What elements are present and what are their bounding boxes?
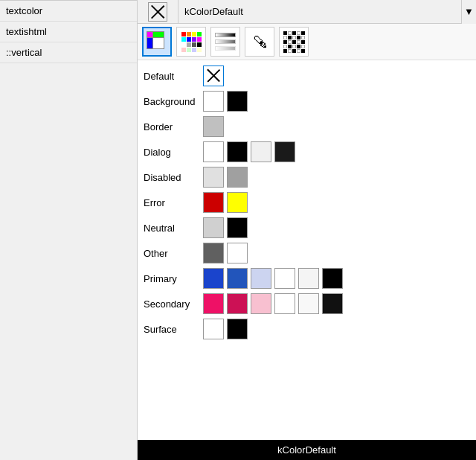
neutral-label: Neutral xyxy=(144,223,203,234)
primary-swatch-white[interactable] xyxy=(274,268,295,289)
default-x-swatch[interactable] xyxy=(203,66,224,86)
disabled-swatch-midgray[interactable] xyxy=(227,167,248,188)
primary-swatch-black[interactable] xyxy=(322,268,343,289)
fine-grid-button[interactable] xyxy=(279,27,309,57)
surface-swatches xyxy=(203,319,248,339)
primary-swatches xyxy=(203,268,343,289)
sidebar: textcolor textishtml ::vertical xyxy=(0,0,138,460)
chevron-down-icon: ▼ xyxy=(464,6,474,17)
default-label: Default xyxy=(144,71,203,82)
secondary-row: Secondary xyxy=(138,291,476,316)
fine-grid-icon xyxy=(283,31,305,53)
right-panel: kColorDefault ▼ xyxy=(138,0,476,460)
secondary-swatch-offwhite[interactable] xyxy=(298,293,319,314)
dialog-swatch-darkgray[interactable] xyxy=(274,141,295,162)
x-icon xyxy=(148,2,167,22)
footer-label: kColorDefault xyxy=(277,444,336,456)
neutral-swatch-lightgray[interactable] xyxy=(203,217,224,238)
secondary-swatch-lightpink[interactable] xyxy=(251,293,271,314)
primary-swatch-lightblue[interactable] xyxy=(251,268,271,289)
background-label: Background xyxy=(144,96,203,107)
palette-toolbar: 🖋 xyxy=(138,24,476,60)
custom-palette-button[interactable] xyxy=(142,27,172,57)
surface-swatch-white[interactable] xyxy=(203,319,224,339)
other-swatch-darkgray[interactable] xyxy=(203,243,224,263)
footer-bar: kColorDefault xyxy=(138,440,476,460)
disabled-label: Disabled xyxy=(144,172,203,183)
header-title: kColorDefault xyxy=(178,6,461,17)
background-swatch-white[interactable] xyxy=(203,91,224,112)
disabled-swatch-lightgray[interactable] xyxy=(203,167,224,188)
disabled-row: Disabled xyxy=(138,164,476,190)
primary-swatch-offwhite[interactable] xyxy=(298,268,319,289)
eyedropper-icon: 🖋 xyxy=(252,33,267,51)
std-palette-icon xyxy=(181,32,202,52)
sidebar-item-textcolor-label: textcolor xyxy=(6,5,42,16)
gradient-button[interactable] xyxy=(210,27,240,57)
neutral-swatches xyxy=(203,217,248,238)
secondary-swatch-white[interactable] xyxy=(274,293,295,314)
secondary-label: Secondary xyxy=(144,298,203,310)
sidebar-item-vertical[interactable]: ::vertical xyxy=(0,42,137,63)
sidebar-item-textcolor[interactable]: textcolor xyxy=(0,0,137,22)
dialog-label: Dialog xyxy=(144,147,203,158)
std-palette-button[interactable] xyxy=(176,27,206,57)
primary-row: Primary xyxy=(138,266,476,291)
header-dropdown-button[interactable]: ▼ xyxy=(461,0,476,24)
neutral-swatch-black[interactable] xyxy=(227,217,248,238)
surface-row: Surface xyxy=(138,316,476,342)
sidebar-item-vertical-label: ::vertical xyxy=(6,47,42,58)
border-swatches xyxy=(203,116,224,137)
error-label: Error xyxy=(144,197,203,208)
other-swatches xyxy=(203,243,248,263)
dialog-swatch-white[interactable] xyxy=(203,141,224,162)
error-swatch-red[interactable] xyxy=(203,192,224,213)
other-row: Other xyxy=(138,240,476,266)
background-swatches xyxy=(203,91,248,112)
sidebar-item-textishtml-label: textishtml xyxy=(6,26,47,37)
background-swatch-black[interactable] xyxy=(227,91,248,112)
main-container: textcolor textishtml ::vertical kColorDe… xyxy=(0,0,476,460)
colors-content: Default Background Border Dialog xyxy=(138,60,476,440)
neutral-row: Neutral xyxy=(138,215,476,240)
dialog-row: Dialog xyxy=(138,139,476,164)
secondary-swatches xyxy=(203,293,343,314)
header-row: kColorDefault ▼ xyxy=(138,0,476,24)
error-swatches xyxy=(203,192,248,213)
other-swatch-white[interactable] xyxy=(227,243,248,263)
dialog-swatch-black[interactable] xyxy=(227,141,248,162)
secondary-swatch-pink1[interactable] xyxy=(203,293,224,314)
sidebar-item-textishtml[interactable]: textishtml xyxy=(0,22,137,42)
eyedropper-button[interactable]: 🖋 xyxy=(245,27,274,57)
header-icon-box xyxy=(138,0,178,24)
dialog-swatches xyxy=(203,141,295,162)
other-label: Other xyxy=(144,248,203,259)
default-row: Default xyxy=(138,63,476,89)
border-swatch-gray[interactable] xyxy=(203,116,224,137)
surface-label: Surface xyxy=(144,324,203,335)
primary-swatch-blue1[interactable] xyxy=(203,268,224,289)
background-row: Background xyxy=(138,89,476,114)
primary-swatch-blue2[interactable] xyxy=(227,268,248,289)
surface-swatch-black[interactable] xyxy=(227,319,248,339)
error-row: Error xyxy=(138,190,476,215)
border-label: Border xyxy=(144,121,203,132)
border-row: Border xyxy=(138,114,476,139)
dialog-swatch-lightgray[interactable] xyxy=(251,141,271,162)
disabled-swatches xyxy=(203,167,248,188)
error-swatch-yellow[interactable] xyxy=(227,192,248,213)
secondary-swatch-pink2[interactable] xyxy=(227,293,248,314)
primary-label: Primary xyxy=(144,273,203,284)
gradient-icon xyxy=(215,33,236,51)
secondary-swatch-black[interactable] xyxy=(322,293,343,314)
